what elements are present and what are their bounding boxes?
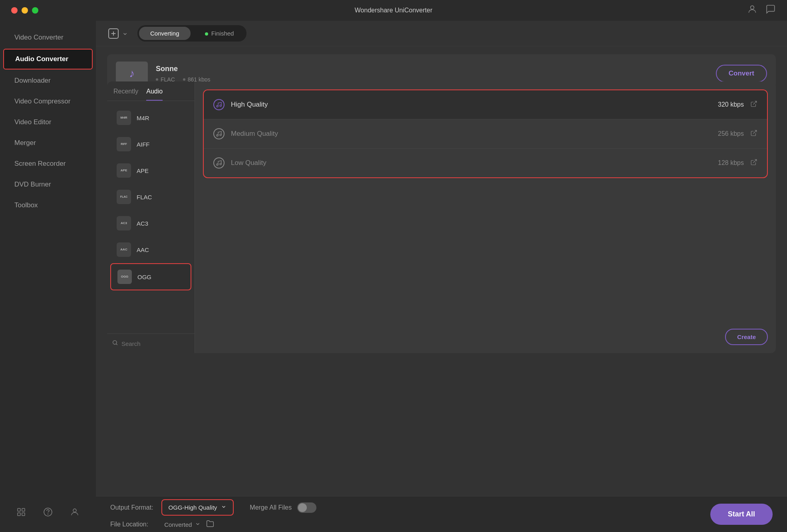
quality-option-high[interactable]: High Quality 320 kbps bbox=[204, 90, 767, 119]
format-label-ape: APE bbox=[137, 167, 149, 174]
svg-point-0 bbox=[751, 6, 754, 9]
start-all-button[interactable]: Start All bbox=[710, 504, 773, 525]
sidebar-item-video-editor[interactable]: Video Editor bbox=[3, 113, 93, 132]
window-controls bbox=[11, 7, 38, 14]
titlebar-icons bbox=[747, 4, 776, 17]
chevron-down-icon bbox=[122, 27, 128, 40]
create-button[interactable]: Create bbox=[725, 329, 768, 345]
merge-section: Merge All Files bbox=[250, 502, 316, 513]
chevron-down-icon-2 bbox=[221, 504, 227, 511]
sidebar-item-video-compressor[interactable]: Video Compressor bbox=[3, 92, 93, 111]
quality-kbps-high: 320 kbps bbox=[718, 101, 744, 108]
quality-icon-low bbox=[213, 157, 225, 169]
file-location-section: Converted bbox=[164, 520, 214, 529]
svg-rect-3 bbox=[18, 513, 20, 516]
format-item-flac[interactable]: FLAC FLAC bbox=[110, 184, 191, 210]
format-item-ape[interactable]: APE APE bbox=[110, 158, 191, 183]
sidebar-bottom bbox=[0, 501, 96, 526]
folder-icon[interactable] bbox=[206, 520, 214, 529]
merge-toggle[interactable] bbox=[297, 502, 316, 513]
quality-option-low[interactable]: Low Quality 128 kbps bbox=[204, 149, 767, 177]
svg-point-11 bbox=[220, 105, 221, 107]
merge-label: Merge All Files bbox=[250, 504, 292, 511]
svg-line-15 bbox=[753, 130, 757, 133]
output-format-label: Output Format: bbox=[110, 504, 153, 511]
quality-name-high: High Quality bbox=[231, 101, 711, 109]
format-icon-ac3: AC3 bbox=[117, 216, 131, 230]
search-input[interactable] bbox=[121, 340, 197, 347]
format-icon-ogg: OGG bbox=[117, 270, 132, 284]
quality-edit-medium[interactable] bbox=[750, 129, 757, 138]
format-label-ac3: AC3 bbox=[137, 220, 148, 227]
svg-point-16 bbox=[217, 164, 218, 165]
user-icon bbox=[747, 4, 757, 17]
file-location-value: Converted bbox=[164, 521, 192, 528]
search-icon bbox=[112, 339, 118, 347]
toggle-knob bbox=[298, 503, 307, 512]
file-location-label: File Location: bbox=[110, 521, 148, 528]
topbar-tabs: Converting Finished bbox=[137, 25, 246, 42]
quality-kbps-medium: 256 kbps bbox=[718, 130, 744, 137]
sidebar-item-toolbox[interactable]: Toolbox bbox=[3, 196, 93, 215]
svg-point-13 bbox=[217, 135, 218, 136]
format-item-ogg[interactable]: OGG OGG bbox=[110, 263, 191, 290]
quality-kbps-low: 128 kbps bbox=[718, 159, 744, 167]
svg-line-18 bbox=[753, 159, 757, 163]
sidebar-item-video-converter[interactable]: Video Converter bbox=[3, 28, 93, 47]
format-item-m4r[interactable]: M4R M4R bbox=[110, 105, 191, 131]
maximize-button[interactable] bbox=[32, 7, 38, 14]
sidebar-item-audio-converter[interactable]: Audio Converter bbox=[3, 49, 93, 69]
chat-icon bbox=[765, 4, 776, 17]
chevron-down-icon-3 bbox=[195, 521, 201, 528]
minimize-button[interactable] bbox=[22, 7, 28, 14]
add-files-button[interactable] bbox=[107, 27, 128, 40]
quality-edit-low[interactable] bbox=[750, 159, 757, 167]
output-format-select[interactable]: OGG-High Quality bbox=[161, 499, 234, 516]
tab-audio[interactable]: Audio bbox=[146, 88, 163, 101]
main-layout: Video Converter Audio Converter Download… bbox=[0, 21, 787, 532]
convert-button[interactable]: Convert bbox=[716, 65, 767, 82]
format-item-ac3[interactable]: AC3 AC3 bbox=[110, 210, 191, 236]
help-icon[interactable] bbox=[43, 507, 53, 519]
bottom-bar: Output Format: OGG-High Quality Merge Al… bbox=[96, 496, 787, 532]
file-location-select[interactable]: Converted bbox=[164, 521, 201, 528]
sidebar-item-merger[interactable]: Merger bbox=[3, 133, 93, 153]
format-item-aiff[interactable]: RIFF AIFF bbox=[110, 131, 191, 157]
finished-label: Finished bbox=[211, 30, 234, 37]
tab-recently[interactable]: Recently bbox=[113, 88, 138, 101]
quality-icon-high bbox=[213, 99, 225, 110]
svg-point-14 bbox=[220, 134, 221, 136]
svg-point-9 bbox=[113, 341, 117, 344]
svg-rect-2 bbox=[22, 508, 25, 511]
titlebar: Wondershare UniConverter bbox=[0, 0, 787, 21]
format-icon-flac: FLAC bbox=[117, 190, 131, 204]
tab-converting[interactable]: Converting bbox=[139, 27, 191, 40]
topbar: Converting Finished bbox=[96, 21, 787, 46]
file-location-row: File Location: Converted bbox=[110, 520, 696, 529]
content-area: ♪ Sonne FLAC 861 kbps C bbox=[96, 46, 787, 496]
profile-icon[interactable] bbox=[70, 507, 79, 519]
format-label-flac: FLAC bbox=[137, 194, 152, 200]
quality-icon-medium bbox=[213, 128, 225, 139]
tab-finished[interactable]: Finished bbox=[194, 27, 245, 40]
close-button[interactable] bbox=[11, 7, 18, 14]
svg-rect-1 bbox=[18, 508, 20, 511]
format-label-aiff: AIFF bbox=[137, 141, 150, 148]
format-item-aac[interactable]: AAC AAC bbox=[110, 237, 191, 262]
sidebar-icon[interactable] bbox=[16, 507, 26, 519]
sidebar: Video Converter Audio Converter Download… bbox=[0, 21, 96, 532]
quality-name-low: Low Quality bbox=[231, 159, 711, 167]
quality-option-medium[interactable]: Medium Quality 256 kbps bbox=[204, 119, 767, 149]
sidebar-item-dvd-burner[interactable]: DVD Burner bbox=[3, 175, 93, 194]
quality-edit-high[interactable] bbox=[750, 100, 757, 109]
quality-name-medium: Medium Quality bbox=[231, 130, 711, 138]
format-icon-ape: APE bbox=[117, 163, 131, 178]
sidebar-item-screen-recorder[interactable]: Screen Recorder bbox=[3, 154, 93, 173]
output-format-row: Output Format: OGG-High Quality Merge Al… bbox=[110, 499, 696, 516]
format-search-bar bbox=[107, 333, 195, 353]
sidebar-item-downloader[interactable]: Downloader bbox=[3, 71, 93, 90]
format-icon-m4r: M4R bbox=[117, 111, 131, 125]
format-right-panel: High Quality 320 kbps bbox=[195, 81, 776, 353]
svg-point-7 bbox=[73, 509, 76, 512]
format-icon-aiff: RIFF bbox=[117, 137, 131, 151]
